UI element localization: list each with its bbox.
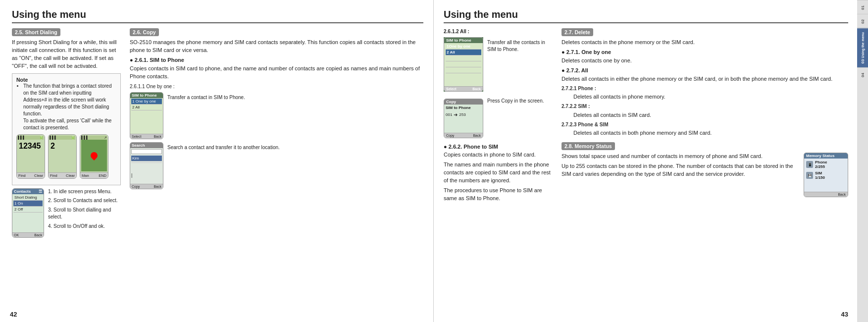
section-28-header: 2.8. Memory Status xyxy=(562,142,615,150)
sub262-body2: The names and main numbers in the phone … xyxy=(444,161,553,185)
stp-desc: Transfer all the contacts in SIM to Phon… xyxy=(487,39,553,54)
right-col-left: 2.6.1.2 All : SIM to Phone 1One by one 2… xyxy=(444,28,553,205)
copy-press-label: Press Copy in the screen. xyxy=(487,98,544,105)
section-25-body: If pressing Short Dialing for a while, t… xyxy=(12,39,121,70)
phone-number-2: 2 xyxy=(50,140,75,151)
ok-label: OK xyxy=(14,233,19,237)
tab-01[interactable]: 01 xyxy=(857,0,868,14)
copy-press-section: Copy SIM to Phone 001 ➜ 253 Copy Back xyxy=(444,96,553,138)
sim-item-2: 2 All xyxy=(131,105,162,110)
sub2723-label: 2.7.2.3 Phone & SIM xyxy=(562,121,848,129)
phone-status-1: ▌▌▌🔋 xyxy=(18,136,44,140)
note-bullet-1: The function that brings a contact store… xyxy=(23,83,116,131)
tab-03[interactable]: 03 Using the menu xyxy=(857,28,868,67)
sub2611-desc: Transfer a contact in SIM to Phone. xyxy=(167,94,245,102)
search-softkeys: Copy Back xyxy=(130,184,163,189)
sub2721-body: Deletes all contacts in phone memory. xyxy=(573,93,848,101)
sim-label: SIM xyxy=(815,171,825,175)
sub261-title: ● 2.6.1. SIM to Phone xyxy=(130,56,423,64)
phone-softkeys-3: Man END xyxy=(80,172,108,178)
search-header: Search xyxy=(130,143,163,148)
contacts-item-on: 1 On xyxy=(13,201,43,207)
stp-wrapper: SIM to Phone 1One by one 2 All Select xyxy=(444,37,483,92)
sim-mock-1: SIM to Phone 1 One by one 2 All Select B… xyxy=(130,92,163,139)
sub262-title: ● 2.6.2. Phone to SIM xyxy=(444,143,553,151)
phone-status-2: ▌▌▌🔋 xyxy=(50,136,75,140)
tab-02[interactable]: 02 xyxy=(857,14,868,28)
page-number-right: 43 xyxy=(841,311,848,318)
section-28: 2.8. Memory Status Shows total space use… xyxy=(562,142,848,197)
back-label-r: Back xyxy=(472,87,481,91)
left-page: Using the menu 2.5. Short Dialing If pre… xyxy=(0,0,434,322)
mem-mock: Memory Status 📱 Phone 2/255 xyxy=(804,153,848,197)
sub271-title: ● 2.7.1. One by one xyxy=(562,49,848,56)
steps-list: 1. In idle screen press Menu. 2. Scroll … xyxy=(48,188,121,238)
right-content: 2.6.1.2 All : SIM to Phone 1One by one 2… xyxy=(444,28,848,205)
back-label-mock: Back xyxy=(473,134,481,137)
select-label-r: Select xyxy=(446,87,457,91)
section-26: 2.6. Copy SO-2510 manages the phone memo… xyxy=(130,28,423,238)
map-marker xyxy=(89,151,99,161)
section-26-body: SO-2510 manages the phone memory and SIM… xyxy=(130,39,423,54)
contacts-item-off: 2 Off xyxy=(13,207,43,213)
mem-body1: Shows total space used and number of con… xyxy=(562,153,799,161)
sim-icon: 💾 xyxy=(806,172,813,179)
page-container: Using the menu 2.5. Short Dialing If pre… xyxy=(0,0,868,322)
contacts-icon: ☰ xyxy=(39,189,42,194)
contacts-list: Short Dialing 1 On 2 Off xyxy=(12,194,44,232)
sub2723-body: Deletes all contacts in both phone memor… xyxy=(573,129,848,137)
tab-num-02: 02 xyxy=(861,19,865,24)
section-27: 2.7. Delete Deletes contacts in the phon… xyxy=(562,28,848,137)
mem-header: Memory Status xyxy=(804,153,848,159)
phone-screen-3: ▌▌▌↗ xyxy=(80,135,108,172)
contacts-section: Contacts ☰ Short Dialing 1 On 2 Off OK B… xyxy=(12,188,121,238)
tab-num-04: 04 xyxy=(861,73,865,77)
stp-item-2: 2 All xyxy=(446,50,481,55)
stp-softkeys: Select Back xyxy=(444,86,483,91)
right-page: Using the menu 2.6.1.2 All : SIM to Phon… xyxy=(434,0,868,322)
phone-number-1: 12345 xyxy=(18,140,44,151)
phone-mock-2: ▌▌▌🔋 2 Find Clear xyxy=(48,134,77,179)
search-mock: Search Kim | Copy Back xyxy=(130,142,163,189)
sub2722-label: 2.7.2.2 SIM : xyxy=(562,103,848,110)
sub2612-label: 2.6.1.2 All : xyxy=(444,28,553,36)
sidebar-tabs: 01 02 03 Using the menu 04 xyxy=(857,0,868,322)
back-label-3: Back xyxy=(153,185,161,188)
section-26-header: 2.6. Copy xyxy=(130,28,159,36)
mem-softkeys: Back xyxy=(804,192,848,197)
search-input-display xyxy=(131,149,162,154)
mem-text-block: Shows total space used and number of con… xyxy=(562,153,799,180)
tab-num-01: 01 xyxy=(861,5,865,10)
sub271-body: Deletes contacts one by one. xyxy=(562,57,848,65)
step2: 2. Scroll to Contacts and select. xyxy=(48,197,121,205)
phone-mock-row: ▌▌▌🔋 12345 Find Clear ▌▌▌🔋 2 xyxy=(16,134,116,179)
mem-body2: Up to 255 contacts can be stored in the … xyxy=(562,162,799,178)
search-section: Search Kim | Copy Back xyxy=(130,142,423,189)
back-label-2: Back xyxy=(153,135,161,138)
clear-label-1: Clear xyxy=(34,173,43,178)
copy-body: SIM to Phone 001 ➜ 253 xyxy=(444,105,483,133)
note-box: Note The function that brings a contact … xyxy=(12,73,121,185)
sim-header-1: SIM to Phone xyxy=(130,93,163,98)
tab-label-03: Using the menu xyxy=(861,32,865,58)
sub272-body: Deletes all contacts in either the phone… xyxy=(562,75,848,83)
section-25: 2.5. Short Dialing If pressing Short Dia… xyxy=(12,28,121,238)
left-page-title: Using the menu xyxy=(12,9,423,23)
search-body: Kim | xyxy=(130,148,163,184)
map-view xyxy=(81,140,107,171)
sim-section-1: SIM to Phone 1 One by one 2 All Select B… xyxy=(130,92,423,139)
section-27-header: 2.7. Delete xyxy=(562,28,593,36)
phone-value: 2/255 xyxy=(815,164,827,169)
mem-body: 📱 Phone 2/255 💾 SIM xyxy=(804,159,848,192)
note-title: Note xyxy=(16,77,28,83)
clear-label-2: Clear xyxy=(66,173,75,178)
select-label: Select xyxy=(132,135,141,138)
phone-mock-3: ▌▌▌↗ Man END xyxy=(80,134,108,179)
contacts-item-short-dialing: Short Dialing xyxy=(13,195,43,201)
right-page-title: Using the menu xyxy=(444,9,848,23)
tab-04[interactable]: 04 xyxy=(857,67,868,81)
phone-softkeys-2: Find Clear xyxy=(49,172,76,178)
stp-body: 1One by one 2 All xyxy=(444,43,483,86)
step4: 4. Scroll to On/Off and ok. xyxy=(48,223,121,230)
section-27-body: Deletes contacts in the phone memory or … xyxy=(562,39,848,47)
